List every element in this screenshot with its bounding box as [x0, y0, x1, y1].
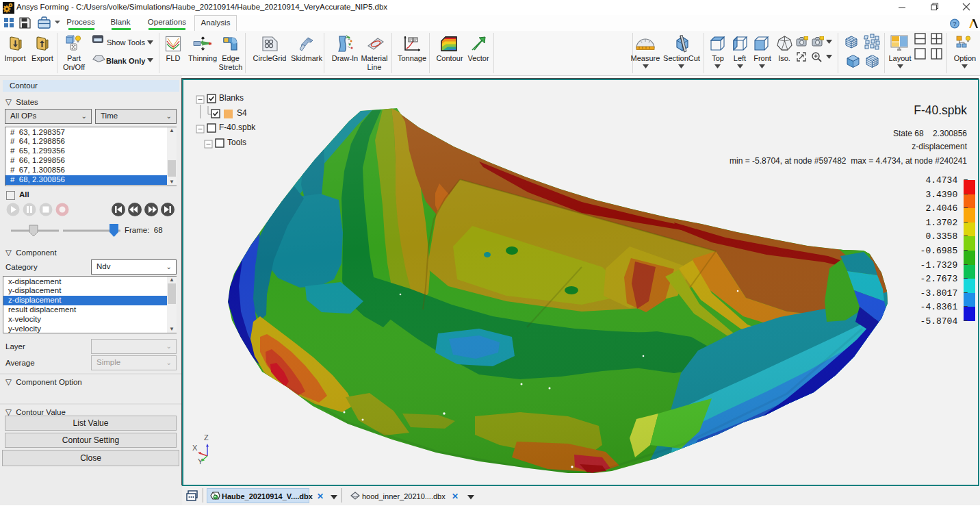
svg-text:?: ? [953, 20, 956, 27]
svg-text:Z: Z [204, 433, 209, 442]
svg-text:Y: Y [198, 457, 203, 465]
svg-text:X: X [192, 444, 198, 452]
